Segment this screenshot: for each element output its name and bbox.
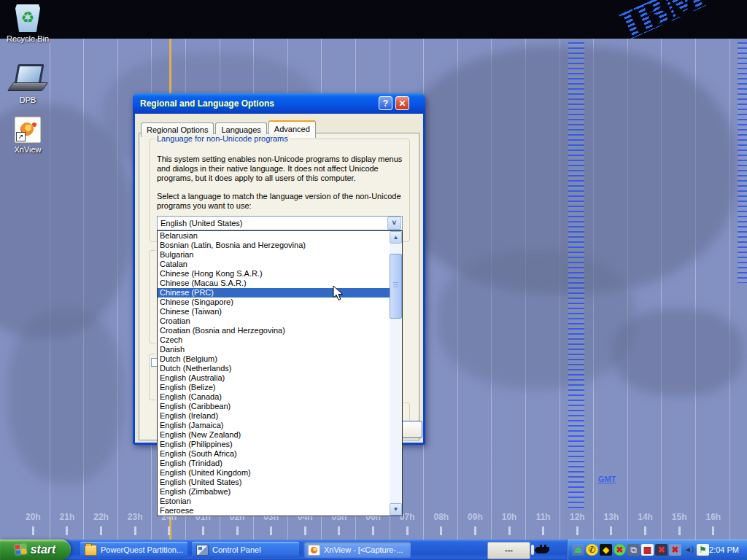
language-option[interactable]: Croatian (Bosnia and Herzegovina) bbox=[158, 326, 390, 335]
map-continent-shape bbox=[613, 308, 744, 396]
power-plug-icon[interactable] bbox=[535, 543, 551, 556]
language-dropdown-list: BelarusianBosnian (Latin, Bosnia and Her… bbox=[157, 230, 403, 516]
desktop-icon-xnview[interactable]: ↗ XnView bbox=[0, 117, 55, 154]
hour-tick bbox=[678, 526, 681, 535]
scrollbar-thumb[interactable] bbox=[390, 254, 402, 319]
hour-tick bbox=[610, 526, 612, 535]
list-scrollbar[interactable]: ▲ ▼ bbox=[390, 231, 402, 516]
language-option[interactable]: English (Trinidad) bbox=[158, 459, 390, 468]
shortcut-arrow-icon: ↗ bbox=[16, 132, 26, 141]
scroll-up-icon[interactable]: ▲ bbox=[390, 231, 402, 244]
scroll-down-icon[interactable]: ▼ bbox=[390, 503, 402, 516]
language-option[interactable]: Croatian bbox=[158, 316, 390, 326]
close-button[interactable]: ✕ bbox=[395, 96, 409, 110]
task-buttons: PowerQuest Partition...Control PanelXnVi… bbox=[80, 542, 411, 558]
chevron-down-icon[interactable]: ˅ bbox=[387, 217, 401, 230]
hour-tick bbox=[644, 526, 646, 535]
language-options: BelarusianBosnian (Latin, Bosnia and Her… bbox=[158, 231, 390, 516]
language-option[interactable]: Chinese (Taiwan) bbox=[158, 307, 390, 316]
language-option[interactable]: Catalan bbox=[158, 260, 390, 269]
groupbox-label: Language for non-Unicode programs bbox=[155, 134, 290, 143]
language-option[interactable]: English (United States) bbox=[158, 478, 390, 487]
hour-tick bbox=[440, 526, 442, 535]
display-error-icon[interactable]: ✖ bbox=[655, 544, 667, 556]
deskband-toolbar[interactable]: --- bbox=[487, 542, 530, 559]
hour-label: 12h bbox=[560, 512, 595, 535]
language-option[interactable]: Dutch (Belgium) bbox=[158, 354, 390, 364]
task-button[interactable]: PowerQuest Partition... bbox=[80, 542, 187, 558]
language-option[interactable]: English (United Kingdom) bbox=[158, 468, 390, 478]
safely-remove-hardware-icon[interactable]: ⏏ bbox=[572, 544, 584, 556]
groupbox-edge-fragment bbox=[149, 250, 155, 343]
hour-label: 14h bbox=[628, 512, 662, 535]
language-option[interactable]: Chinese (Singapore) bbox=[158, 298, 390, 307]
hour-tick bbox=[168, 526, 170, 535]
recycle-bin-icon: ♻ bbox=[15, 4, 40, 32]
volume-icon[interactable]: ◄) bbox=[683, 544, 695, 556]
language-option[interactable]: English (Zimbabwe) bbox=[158, 487, 390, 497]
hour-tick bbox=[66, 526, 68, 535]
hour-label: 09h bbox=[458, 512, 492, 535]
map-continent-shape bbox=[7, 308, 124, 483]
start-label: start bbox=[31, 543, 56, 556]
language-option[interactable]: English (Jamaica) bbox=[158, 421, 390, 430]
hour-label: 13h bbox=[595, 512, 629, 535]
language-option[interactable]: English (Canada) bbox=[158, 392, 390, 402]
hour-label: 21h bbox=[50, 512, 85, 535]
windows-flag-icon bbox=[15, 544, 27, 556]
hour-tick bbox=[474, 526, 476, 535]
hour-tick bbox=[134, 526, 136, 535]
help-button[interactable]: ? bbox=[379, 96, 392, 110]
language-option[interactable]: Bosnian (Latin, Bosnia and Herzegovina) bbox=[158, 241, 390, 250]
hour-tick bbox=[100, 526, 102, 535]
language-combobox[interactable]: English (United States) ˅ bbox=[157, 216, 403, 230]
network-computers-icon[interactable]: ⧉ bbox=[627, 544, 640, 556]
language-option[interactable]: English (Australia) bbox=[158, 373, 390, 383]
language-option[interactable]: Chinese (PRC) bbox=[158, 288, 390, 298]
language-option[interactable]: Belarusian bbox=[158, 231, 390, 241]
powerquest-diamond-icon[interactable]: ◆ bbox=[600, 544, 612, 556]
hour-label: 16h bbox=[697, 512, 731, 535]
language-option[interactable]: Chinese (Hong Kong S.A.R.) bbox=[158, 269, 390, 279]
start-button[interactable]: start bbox=[0, 540, 71, 560]
gmt-label: GMT bbox=[598, 475, 616, 483]
language-option[interactable]: Faeroese bbox=[158, 506, 390, 516]
language-option[interactable]: English (South Africa) bbox=[158, 449, 390, 459]
language-option[interactable]: English (Belize) bbox=[158, 383, 390, 392]
network-disconnected-icon[interactable]: ✖ bbox=[669, 544, 681, 556]
language-flag-icon[interactable]: ⚑ bbox=[697, 544, 709, 556]
task-button[interactable]: Control Panel bbox=[192, 542, 299, 558]
desktop-icon-dpb[interactable]: DPB bbox=[0, 63, 55, 104]
language-option[interactable]: Dutch (Netherlands) bbox=[158, 364, 390, 373]
hour-tick bbox=[508, 526, 511, 535]
language-option[interactable]: Estonian bbox=[158, 497, 390, 506]
agent-phone-icon[interactable]: ✆ bbox=[586, 544, 598, 556]
language-option[interactable]: Czech bbox=[158, 335, 390, 345]
chart-error-icon[interactable]: ▦ bbox=[641, 544, 654, 556]
hour-label: 22h bbox=[84, 512, 118, 535]
hour-label: 10h bbox=[492, 512, 527, 535]
language-option[interactable]: English (Caribbean) bbox=[158, 402, 390, 411]
hour-tick bbox=[406, 526, 409, 535]
dialog-title: Regional and Language Options bbox=[140, 98, 274, 109]
hour-tick bbox=[304, 526, 306, 535]
task-icon bbox=[85, 545, 97, 556]
language-option[interactable]: Danish bbox=[158, 345, 390, 354]
language-option[interactable]: English (Ireland) bbox=[158, 411, 390, 421]
hour-tick bbox=[576, 526, 578, 535]
icon-label: XnView bbox=[0, 145, 55, 154]
language-option[interactable]: English (Philippines) bbox=[158, 440, 390, 449]
hour-tick bbox=[32, 526, 34, 535]
hour-tick bbox=[712, 526, 714, 535]
language-option[interactable]: Chinese (Macau S.A.R.) bbox=[158, 279, 390, 288]
taskbar: start PowerQuest Partition...Control Pan… bbox=[0, 540, 747, 560]
desktop-icon-recycle-bin[interactable]: ♻ Recycle Bin bbox=[0, 4, 55, 43]
task-button[interactable]: XnView - [<Capture-... bbox=[303, 542, 411, 558]
language-option[interactable]: English (New Zealand) bbox=[158, 430, 390, 440]
sync-error-icon[interactable]: ✖ bbox=[614, 544, 626, 556]
map-continent-shape bbox=[438, 250, 635, 389]
description-text: This system setting enables non-Unicode … bbox=[157, 155, 414, 183]
taskbar-clock[interactable]: 2:04 PM bbox=[709, 545, 739, 554]
language-option[interactable]: Bulgarian bbox=[158, 250, 390, 260]
hour-tick bbox=[270, 526, 272, 535]
